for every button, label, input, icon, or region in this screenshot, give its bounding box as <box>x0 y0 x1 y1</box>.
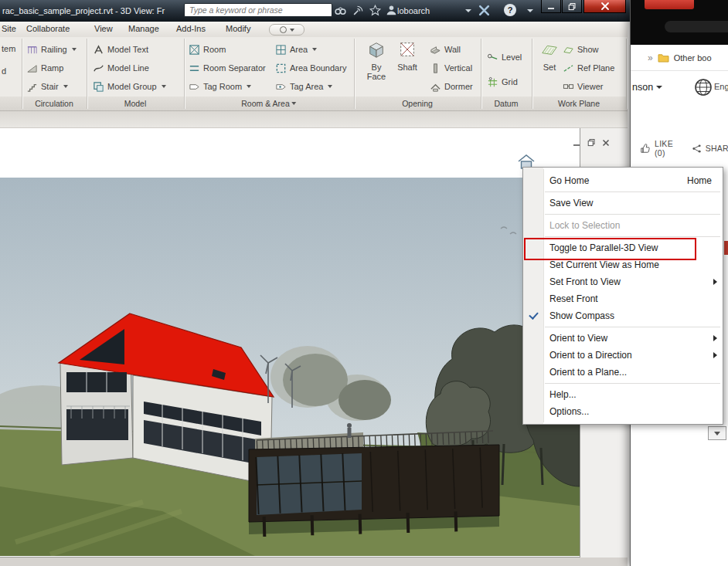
ref-plane-button[interactable]: Ref Plane <box>563 60 614 76</box>
menu-item-help[interactable]: Help... <box>523 386 723 403</box>
railing-button[interactable]: Railing <box>26 42 77 57</box>
3d-view-scene[interactable] <box>0 178 580 556</box>
view-window-canvas[interactable] <box>0 127 580 558</box>
account-dropdown-caret-icon[interactable] <box>465 9 471 12</box>
menu-item-options[interactable]: Options... <box>523 403 723 420</box>
dormer-button[interactable]: Dormer <box>430 79 473 94</box>
menu-item-shortcut: Home <box>687 175 715 186</box>
dropdown-caret-icon[interactable] <box>162 85 166 88</box>
exchange-apps-icon[interactable] <box>478 4 491 17</box>
tab-site[interactable]: Site <box>2 24 16 33</box>
partial-dropdown-box[interactable] <box>708 426 726 440</box>
tab-modify[interactable]: Modify <box>226 24 250 33</box>
level-button[interactable]: Level <box>487 49 522 65</box>
tag-area-label: Tag Area <box>290 82 323 91</box>
share-icon[interactable] <box>692 144 702 154</box>
panel-separator <box>532 39 532 109</box>
tag-area-button[interactable]: Tag Area <box>275 79 332 94</box>
stair-button[interactable]: Stair <box>26 79 68 94</box>
signed-in-username[interactable]: loboarch <box>397 6 430 15</box>
like-thumb-icon[interactable] <box>640 143 651 154</box>
model-text-label: Model Text <box>107 45 148 54</box>
share-label-partial[interactable]: SHAR <box>706 144 728 153</box>
area-boundary-button[interactable]: Area Boundary <box>275 60 346 76</box>
menu-item-show-compass[interactable]: Show Compass <box>523 307 723 324</box>
account-name-partial[interactable]: nson <box>632 82 653 93</box>
browser-partial-red-button[interactable] <box>645 0 694 9</box>
language-label-partial[interactable]: Eng <box>714 82 728 91</box>
show-work-plane-button[interactable]: Show <box>563 42 599 57</box>
minimize-button[interactable] <box>541 0 561 13</box>
ribbon-display-toggle[interactable] <box>269 24 304 36</box>
favorites-star-icon[interactable] <box>369 4 382 17</box>
model-group-label: Model Group <box>107 82 157 91</box>
ramp-button[interactable]: Ramp <box>26 60 63 76</box>
opening-panel-label[interactable]: Opening <box>402 99 433 108</box>
wall-opening-button[interactable]: Wall <box>430 42 461 57</box>
menu-item-orient-to-a-plane[interactable]: Orient to a Plane... <box>523 364 723 381</box>
like-label[interactable]: LIKE (0) <box>655 139 683 158</box>
set-work-plane-button[interactable]: Set <box>535 40 564 72</box>
viewer-button[interactable]: Viewer <box>563 79 603 94</box>
circulation-panel-label[interactable]: Circulation <box>35 99 73 108</box>
view-minimize-icon[interactable] <box>570 137 583 148</box>
view-restore-icon[interactable] <box>585 137 597 148</box>
tag-room-button[interactable]: Tag Room <box>189 79 251 94</box>
menu-item-toggle-to-parallel-3d-view[interactable]: Toggle to Parallel-3D View <box>523 239 723 256</box>
account-row: nson Eng <box>631 71 728 103</box>
tab-manage[interactable]: Manage <box>128 24 159 33</box>
dropdown-caret-icon[interactable] <box>328 85 332 88</box>
menu-item-set-current-view-as-home[interactable]: Set Current View as Home <box>523 256 723 273</box>
bookmarks-overflow-chevron[interactable]: » <box>648 53 653 63</box>
communication-center-icon[interactable] <box>352 4 365 17</box>
dormer-icon <box>430 81 441 93</box>
model-text-icon <box>93 44 104 56</box>
menu-item-orient-to-view[interactable]: Orient to View <box>523 330 723 347</box>
help-dropdown-caret-icon[interactable] <box>527 9 533 12</box>
datum-panel-label[interactable]: Datum <box>495 99 519 108</box>
model-text-button[interactable]: Model Text <box>93 42 148 57</box>
account-caret-icon[interactable] <box>656 86 662 89</box>
dormer-label: Dormer <box>444 82 473 91</box>
checkmark-icon <box>529 310 539 320</box>
model-group-button[interactable]: Model Group <box>93 79 166 94</box>
menu-separator <box>545 327 720 327</box>
area-button[interactable]: Area <box>275 42 317 57</box>
help-icon[interactable]: ? <box>504 4 516 16</box>
menu-item-label: Set Current View as Home <box>549 259 659 270</box>
tab-collaborate[interactable]: Collaborate <box>26 24 70 33</box>
room-button[interactable]: Room <box>189 42 226 57</box>
maximize-button[interactable] <box>562 0 582 13</box>
language-globe-icon[interactable] <box>694 78 713 97</box>
room-separator-button[interactable]: Room Separator <box>189 60 266 76</box>
dropdown-caret-icon[interactable] <box>312 48 317 51</box>
close-button[interactable] <box>583 0 626 13</box>
model-panel-label[interactable]: Model <box>124 99 147 108</box>
browser-partial-dark-button[interactable] <box>665 21 728 32</box>
room-area-panel-label[interactable]: Room & Area <box>241 99 296 108</box>
dropdown-caret-icon[interactable] <box>247 85 251 88</box>
shaft-button[interactable]: Shaft <box>393 40 422 72</box>
menu-item-set-front-to-view[interactable]: Set Front to View <box>523 273 723 290</box>
vertical-opening-button[interactable]: Vertical <box>430 60 472 76</box>
tab-add-ins[interactable]: Add-Ins <box>176 24 206 33</box>
submenu-arrow-icon <box>713 335 717 341</box>
work-plane-panel-label[interactable]: Work Plane <box>558 99 600 108</box>
dropdown-caret-icon[interactable] <box>72 48 77 51</box>
search-input[interactable] <box>184 3 332 17</box>
menu-item-orient-to-a-direction[interactable]: Orient to a Direction <box>523 347 723 364</box>
view-close-icon[interactable] <box>600 137 612 148</box>
panel-separator <box>184 39 185 109</box>
cut-ribbon-item[interactable]: tem <box>2 44 15 53</box>
search-binoculars-icon[interactable] <box>334 4 347 17</box>
menu-item-go-home[interactable]: Go Home Home <box>523 172 723 189</box>
dropdown-caret-icon[interactable] <box>63 85 68 88</box>
menu-item-reset-front[interactable]: Reset Front <box>523 290 723 307</box>
grid-button[interactable]: Grid <box>487 74 518 90</box>
menu-item-save-view[interactable]: Save View <box>523 195 723 212</box>
cut-ribbon-item[interactable]: d <box>2 66 6 76</box>
by-face-button[interactable]: By Face <box>362 40 391 81</box>
tab-view[interactable]: View <box>94 24 113 33</box>
bookmark-folder-label[interactable]: Other boo <box>674 53 712 63</box>
model-line-button[interactable]: Model Line <box>93 60 149 76</box>
